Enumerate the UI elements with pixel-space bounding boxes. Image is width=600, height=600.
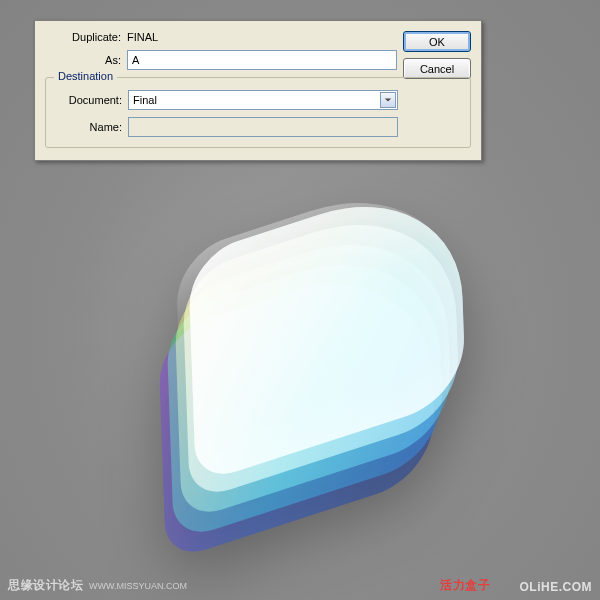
watermark-mid: 活力盒子 xyxy=(440,577,490,594)
duplicate-label: Duplicate: xyxy=(45,31,127,43)
destination-legend: Destination xyxy=(54,70,117,82)
name-input[interactable] xyxy=(128,117,398,137)
duplicate-value: FINAL xyxy=(127,31,158,43)
name-label: Name: xyxy=(56,121,128,133)
duplicate-dialog: OK Cancel Duplicate: FINAL As: Destinati… xyxy=(34,20,482,161)
document-select-value: Final xyxy=(133,94,378,106)
as-label: As: xyxy=(45,54,127,66)
cancel-button[interactable]: Cancel xyxy=(403,58,471,79)
document-label: Document: xyxy=(56,94,128,106)
document-select[interactable]: Final xyxy=(128,90,398,110)
watermark-right: OLiHE.COM xyxy=(520,580,593,594)
watermark-left: 思缘设计论坛WWW.MISSYUAN.COM xyxy=(8,577,187,594)
ok-button[interactable]: OK xyxy=(403,31,471,52)
background-3d-art xyxy=(120,170,500,550)
destination-fieldset: Destination Document: Final Name: xyxy=(45,77,471,148)
chevron-down-icon xyxy=(380,92,396,108)
as-input[interactable] xyxy=(127,50,397,70)
